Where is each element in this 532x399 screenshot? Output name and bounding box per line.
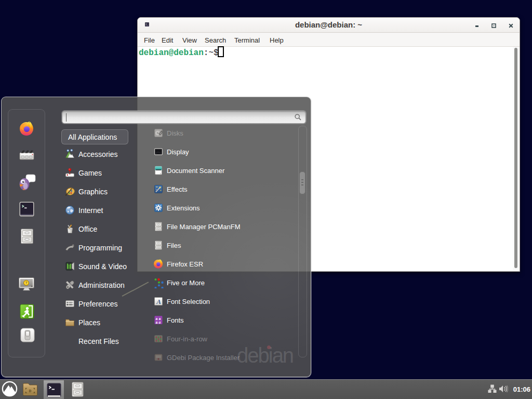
svg-text:A: A — [156, 298, 161, 305]
svg-text:a: a — [159, 320, 161, 325]
svg-text:a: a — [156, 320, 158, 325]
svg-text:?: ? — [25, 281, 28, 285]
svg-text:D: D — [29, 389, 32, 393]
